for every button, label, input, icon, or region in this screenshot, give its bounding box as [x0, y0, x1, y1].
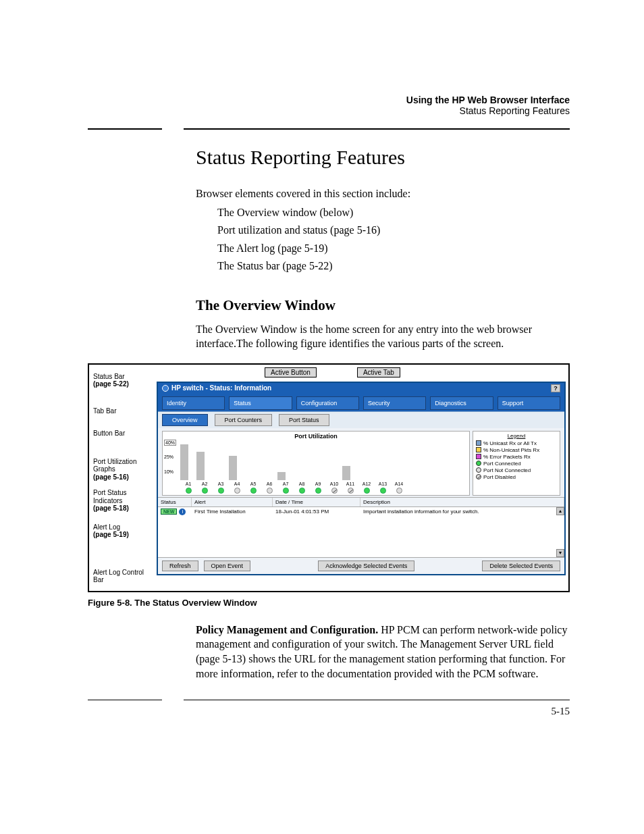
label-button-bar: Button Bar — [93, 429, 125, 437]
legend-title: Legend — [476, 433, 557, 439]
list-item: The Overview window (below) — [217, 204, 570, 221]
bar-A1 — [180, 444, 188, 480]
port-A13: A13 — [375, 481, 391, 494]
port-A10: A10 — [326, 481, 342, 494]
ytick-10: 10% — [164, 469, 173, 474]
port-A12: A12 — [358, 481, 375, 494]
port-A8: A8 — [294, 481, 310, 494]
port-A7: A7 — [277, 481, 294, 494]
label-alert-log: Alert Log — [93, 523, 120, 531]
app-window: HP switch - Status: Information ? Identi… — [157, 382, 566, 575]
tab-support[interactable]: Support — [498, 396, 560, 410]
window-title-bar: HP switch - Status: Information ? — [158, 383, 564, 394]
port-A11: A11 — [342, 481, 358, 494]
port-utilization-chart: Port Utilization 40% 25% 10% A1A2A3A4A5A… — [162, 431, 470, 496]
label-status-bar: Status Bar — [93, 373, 125, 380]
button-bar: Overview Port Counters Port Status — [158, 411, 564, 428]
figure-caption: Figure 5-8. The Status Overview Window — [88, 598, 570, 608]
window-title: HP switch - Status: Information — [171, 384, 271, 392]
header-subtitle: Status Reporting Features — [88, 105, 570, 116]
overview-paragraph: The Overview Window is the home screen f… — [196, 322, 570, 351]
policy-paragraph: Policy Management and Configuration. HP … — [196, 623, 570, 681]
tab-diagnostics[interactable]: Diagnostics — [430, 396, 493, 410]
scroll-down-button[interactable]: ▾ — [556, 549, 564, 557]
delete-button[interactable]: Delete Selected Events — [482, 561, 560, 571]
port-A5: A5 — [245, 481, 261, 494]
port-status-button[interactable]: Port Status — [279, 414, 329, 426]
bottom-rule — [88, 700, 570, 700]
overview-button[interactable]: Overview — [162, 414, 208, 426]
port-A6: A6 — [261, 481, 277, 494]
bar-A7 — [277, 472, 286, 480]
port-A2: A2 — [196, 481, 213, 494]
top-rule — [88, 128, 570, 130]
tab-security[interactable]: Security — [363, 396, 426, 410]
ytick-25: 25% — [164, 454, 173, 459]
port-A3: A3 — [213, 481, 229, 494]
alert-row[interactable]: NEWi First Time Installation 18-Jun-01 4… — [158, 507, 564, 517]
chart-legend: Legend % Unicast Rx or All Tx % Non-Unic… — [473, 431, 560, 496]
new-badge: NEW — [161, 509, 177, 515]
page-number: 5-15 — [88, 706, 570, 717]
help-button[interactable]: ? — [551, 384, 560, 392]
tab-bar: Identity Status Configuration Security D… — [158, 394, 564, 411]
policy-lead: Policy Management and Configuration. — [196, 624, 378, 635]
tab-identity[interactable]: Identity — [162, 396, 225, 410]
chart-title: Port Utilization — [163, 433, 469, 440]
header-title: Using the HP Web Browser Interface — [88, 95, 570, 105]
list-item: The Status bar (page 5-22) — [217, 257, 570, 275]
tab-configuration[interactable]: Configuration — [296, 396, 359, 410]
bar-A11 — [342, 466, 350, 480]
intro-text: Browser elements covered in this section… — [196, 188, 570, 200]
alert-log-body: NEWi First Time Installation 18-Jun-01 4… — [158, 507, 564, 557]
acknowledge-button[interactable]: Acknowledge Selected Events — [318, 561, 414, 571]
label-port-status: Port Status Indicators — [93, 489, 126, 504]
callout-active-button: Active Button — [265, 367, 317, 377]
running-header: Using the HP Web Browser Interface Statu… — [88, 95, 570, 116]
callout-active-tab: Active Tab — [357, 367, 400, 377]
ytick-40: 40% — [164, 440, 176, 446]
label-alert-ctrl: Alert Log Control Bar — [93, 569, 144, 584]
section-heading: The Overview Window — [196, 297, 570, 314]
port-utilization-panel: Port Utilization 40% 25% 10% A1A2A3A4A5A… — [158, 428, 564, 497]
scroll-up-button[interactable]: ▴ — [556, 507, 564, 515]
port-A4: A4 — [229, 481, 245, 494]
open-event-button[interactable]: Open Event — [204, 561, 251, 571]
list-item: The Alert log (page 5-19) — [217, 240, 570, 257]
figure-labels-column: Status Bar(page 5-22) Tab Bar Button Bar… — [89, 365, 157, 591]
refresh-button[interactable]: Refresh — [162, 561, 198, 571]
bar-A4 — [229, 456, 237, 480]
status-dot-icon — [162, 385, 169, 392]
list-item: Port utilization and status (page 5-16) — [217, 221, 570, 239]
port-A9: A9 — [310, 481, 326, 494]
figure-5-8: Status Bar(page 5-22) Tab Bar Button Bar… — [88, 363, 570, 592]
port-counters-button[interactable]: Port Counters — [215, 414, 273, 426]
label-port-util: Port Utiliza­tion Graphs — [93, 458, 136, 473]
tab-status[interactable]: Status — [229, 396, 292, 410]
bar-A2 — [196, 452, 205, 480]
label-tab-bar: Tab Bar — [93, 407, 116, 415]
alert-log-header: Status Alert Date / Time Description — [158, 497, 564, 507]
alert-log-control-bar: Refresh Open Event Acknowledge Selected … — [158, 557, 564, 574]
port-A14: A14 — [391, 481, 407, 494]
bullet-list: The Overview window (below) Port utiliza… — [217, 204, 570, 276]
port-A1: A1 — [180, 481, 196, 494]
page-title: Status Reporting Features — [196, 146, 570, 169]
info-icon: i — [179, 509, 186, 515]
